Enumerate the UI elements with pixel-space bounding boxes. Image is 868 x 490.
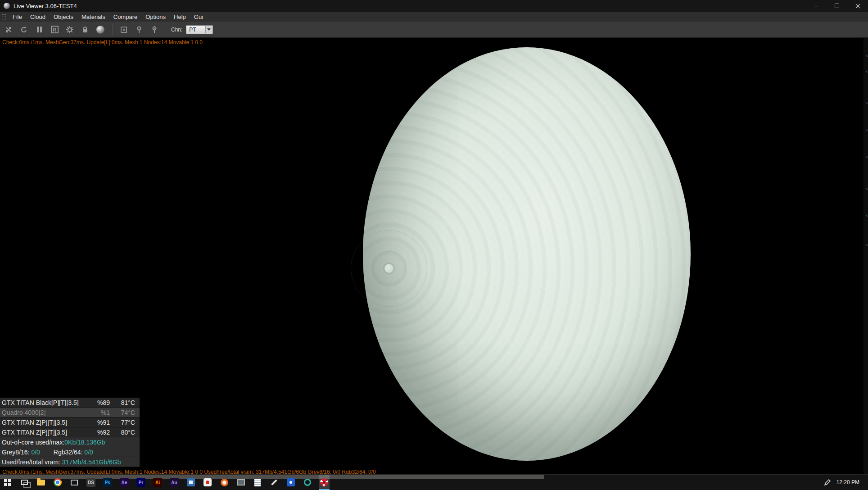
panel-expand-chevron[interactable]: ‹ bbox=[866, 213, 868, 218]
orange-ring-app-button[interactable] bbox=[219, 475, 230, 490]
out-of-core-label: Out-of-core used/max: bbox=[2, 439, 64, 446]
toolbar-separator bbox=[112, 25, 113, 35]
blue-square-app-button[interactable] bbox=[285, 475, 296, 490]
channel-select[interactable]: PT bbox=[186, 25, 213, 34]
taskbar-clock[interactable]: 12:20 PM bbox=[836, 479, 859, 485]
render-status-text: Check:0ms./1ms. MeshGen:37ms. Update[L]:… bbox=[2, 39, 203, 45]
menu-help[interactable]: Help bbox=[170, 13, 190, 21]
menu-gui[interactable]: Gui bbox=[190, 13, 207, 21]
render-planet bbox=[363, 47, 691, 461]
pencil-app-icon bbox=[271, 479, 277, 485]
channel-select-arrow-button[interactable] bbox=[205, 26, 212, 33]
gray-window-app-button[interactable] bbox=[235, 475, 246, 490]
rgb-label: Rgb32/64: bbox=[54, 449, 83, 456]
menubar: File Cloud Objects Materials Compare Opt… bbox=[0, 12, 868, 22]
task-view-icon bbox=[21, 480, 28, 485]
after-effects-button[interactable]: Ae bbox=[119, 475, 130, 490]
pen-input-icon[interactable] bbox=[824, 479, 831, 486]
teal-ring-app-icon bbox=[304, 479, 311, 486]
gpu-name: Quadro 4000[2] bbox=[0, 409, 86, 416]
settings-gear-icon[interactable] bbox=[64, 24, 76, 36]
minimize-icon bbox=[814, 6, 818, 6]
maximize-icon bbox=[835, 4, 839, 8]
octane-live-viewer-icon bbox=[320, 478, 328, 486]
illustrator-button[interactable]: Ai bbox=[152, 475, 163, 490]
boxed-r-icon[interactable]: R bbox=[49, 24, 60, 36]
pencil-app-button[interactable] bbox=[269, 475, 280, 490]
gpu-load: %92 bbox=[86, 429, 110, 436]
reset-arrows-icon[interactable] bbox=[3, 24, 14, 36]
octane-live-viewer-button[interactable] bbox=[319, 475, 330, 490]
premiere-icon: Pr bbox=[136, 478, 145, 487]
chrome-icon bbox=[54, 478, 62, 486]
chevron-down-icon bbox=[207, 28, 211, 31]
maximize-button[interactable] bbox=[827, 0, 847, 12]
close-button[interactable] bbox=[847, 0, 868, 12]
window-title: Live Viewer 3.06-TEST4 bbox=[14, 3, 77, 9]
focus-picker-pin-icon[interactable] bbox=[133, 24, 145, 36]
channel-label: Chn: bbox=[171, 27, 182, 33]
gpu-temp: 80°C bbox=[110, 429, 140, 436]
gpu-name: GTX TITAN Black[P][T][3.5] bbox=[0, 399, 86, 406]
white-balance-pin-icon[interactable] bbox=[149, 24, 160, 36]
gpu-row: GTX TITAN Z[P][T][3.5] %91 77°C bbox=[0, 417, 140, 427]
after-effects-icon: Ae bbox=[120, 478, 129, 487]
orange-ring-app-icon bbox=[221, 479, 228, 486]
blue-square-app-icon bbox=[287, 478, 295, 486]
red-badge-app-button[interactable] bbox=[202, 475, 213, 490]
audition-button[interactable]: Au bbox=[169, 475, 180, 490]
pause-icon[interactable] bbox=[33, 24, 45, 36]
side-panel-edge: ‹ ‹ ‹ ‹ ‹ ‹ ‹ ‹ bbox=[863, 38, 868, 474]
teal-ring-app-button[interactable] bbox=[302, 475, 313, 490]
premiere-button[interactable]: Pr bbox=[136, 475, 146, 490]
gpu-load: %91 bbox=[86, 419, 110, 426]
render-region-icon[interactable] bbox=[118, 24, 130, 36]
file-explorer-button[interactable] bbox=[36, 475, 46, 490]
menu-materials[interactable]: Materials bbox=[77, 13, 109, 21]
daz-studio-icon: DS bbox=[86, 478, 95, 487]
refresh-icon[interactable] bbox=[18, 24, 30, 36]
gpu-row: GTX TITAN Z[P][T][3.5] %92 80°C bbox=[0, 427, 140, 437]
gpu-load: %89 bbox=[86, 399, 110, 406]
out-of-core-row: Out-of-core used/max:0Kb/18.136Gb bbox=[0, 437, 140, 447]
bottom-status-text: Check:0ms./1ms. MeshGen:37ms. Update[L]:… bbox=[2, 469, 376, 474]
channel-value: PT bbox=[189, 27, 196, 33]
window-app-button[interactable] bbox=[69, 475, 80, 490]
window-app-icon bbox=[71, 480, 78, 485]
gpu-load: %1 bbox=[86, 409, 110, 416]
blue-app-button[interactable] bbox=[185, 475, 196, 490]
daz-studio-button[interactable]: DS bbox=[86, 475, 96, 490]
app-icon bbox=[4, 3, 10, 9]
panel-expand-chevron[interactable]: ‹ bbox=[866, 186, 868, 191]
menu-compare[interactable]: Compare bbox=[109, 13, 141, 21]
panel-expand-chevron[interactable]: ‹ bbox=[866, 69, 868, 74]
start-button[interactable] bbox=[2, 475, 13, 490]
show-desktop-button[interactable] bbox=[865, 475, 868, 490]
material-ball-icon[interactable] bbox=[95, 24, 106, 36]
vram-row: Used/free/total vram: 317Mb/4.541Gb/6Gb bbox=[0, 457, 140, 467]
texture-usage-row: Grey8/16: 0/0 Rgb32/64: 0/0 bbox=[0, 447, 140, 457]
panel-expand-chevron[interactable]: ‹ bbox=[866, 128, 868, 132]
menu-options[interactable]: Options bbox=[141, 13, 170, 21]
chrome-button[interactable] bbox=[52, 475, 63, 490]
panel-expand-chevron[interactable]: ‹ bbox=[866, 101, 868, 105]
task-view-button[interactable] bbox=[19, 475, 30, 490]
notepad-button[interactable] bbox=[252, 475, 263, 490]
lock-icon[interactable] bbox=[79, 24, 91, 36]
panel-expand-chevron[interactable]: ‹ bbox=[866, 243, 868, 247]
taskbar: DS Ps Ae Pr Ai Au 12:20 PM bbox=[0, 474, 868, 490]
panel-expand-chevron[interactable]: ‹ bbox=[866, 155, 868, 159]
photoshop-button[interactable]: Ps bbox=[102, 475, 113, 490]
menu-file[interactable]: File bbox=[9, 13, 26, 21]
windows-logo-icon bbox=[4, 479, 11, 486]
taskbar-apps: DS Ps Ae Pr Ai Au bbox=[0, 475, 330, 490]
render-viewport[interactable]: Check:0ms./1ms. MeshGen:37ms. Update[L]:… bbox=[0, 38, 868, 474]
vram-value: 317Mb/4.541Gb/6Gb bbox=[62, 458, 121, 466]
planet-pole-dot bbox=[384, 264, 393, 273]
menu-objects[interactable]: Objects bbox=[50, 13, 77, 21]
red-badge-app-icon bbox=[203, 478, 212, 486]
menu-cloud[interactable]: Cloud bbox=[26, 13, 50, 21]
minimize-button[interactable] bbox=[806, 0, 827, 12]
panel-expand-chevron[interactable]: ‹ bbox=[866, 54, 868, 58]
blue-app-icon bbox=[187, 478, 195, 486]
